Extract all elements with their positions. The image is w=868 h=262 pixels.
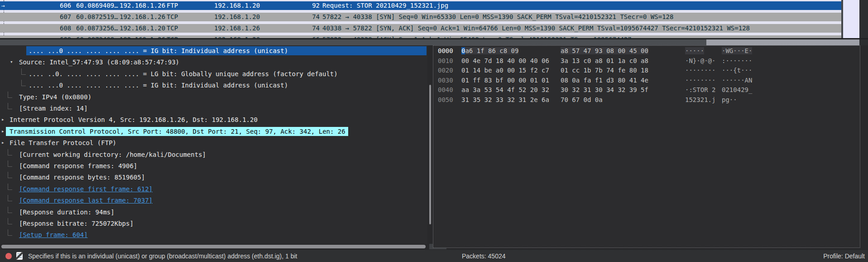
packet-bytes-pane[interactable]: 000008 00 27 a6 1f 86 c8 09a8 57 47 93 0… <box>433 45 860 248</box>
packet-cell-destination: 192.168.1.20 <box>214 1 260 10</box>
capture-comment-icon[interactable] <box>16 252 23 260</box>
hex-row[interactable]: 005031 35 32 33 32 31 2e 6a70 67 0d 0a15… <box>433 96 860 103</box>
tree-guide-icon <box>8 218 12 224</box>
detail-row[interactable]: ▸File Transfer Protocol (FTP) <box>0 138 427 147</box>
hex-bytes-group1[interactable]: 31 35 32 33 32 31 2e 6a <box>461 96 549 103</box>
expert-info-icon[interactable] <box>5 253 12 259</box>
ascii-group2[interactable]: :······· <box>722 57 752 64</box>
packet-list[interactable]: →60660.0869409…192.168.1.26FTP192.168.1.… <box>0 0 841 38</box>
chevron-down-icon[interactable]: ▾ <box>10 59 13 65</box>
wireshark-window: →60660.0869409…192.168.1.26FTP192.168.1.… <box>0 0 868 262</box>
packet-list-hscrollbar[interactable] <box>0 39 859 45</box>
related-packet-arrow-icon: → <box>1 1 5 10</box>
detail-row[interactable]: [Command response first frame: 612] <box>0 184 427 194</box>
packet-details-tree[interactable]: .... ...0 .... .... .... .... = IG bit: … <box>0 45 427 244</box>
ascii-group1[interactable]: ·:STOR 2 <box>685 86 715 93</box>
detail-row[interactable]: [Response duration: 94ms] <box>0 208 427 217</box>
packet-list-vscrollbar[interactable] <box>843 0 859 38</box>
packet-row[interactable]: 60860.0873256…192.168.1.20TCP192.168.1.2… <box>0 24 841 33</box>
highlight-row-bytes: a6 1f 86 c8 09 <box>465 47 518 54</box>
hex-row[interactable]: 003001 ff 83 bf 00 00 01 0108 0a fa f1 d… <box>433 77 860 84</box>
hex-bytes-group1[interactable]: 00 4e 7d 18 40 00 40 06 <box>461 57 549 64</box>
packet-details-vscrollbar[interactable] <box>429 85 431 224</box>
ascii-group2[interactable]: ···{t··· <box>722 67 752 74</box>
detail-text: [Command response frames: 4906] <box>19 161 137 170</box>
packet-cell-protocol: TCP <box>167 13 178 21</box>
hex-row[interactable]: 000008 00 27 a6 1f 86 c8 09a8 57 47 93 0… <box>433 47 860 54</box>
ascii-group1[interactable]: 152321.j <box>685 96 715 103</box>
detail-row[interactable]: Type: IPv4 (0x0800) <box>0 92 427 102</box>
hex-bytes-group2[interactable]: 01 cc 1b 7b 74 fe 80 18 <box>561 67 648 74</box>
detail-row[interactable]: [Command response last frame: 7037] <box>0 196 427 205</box>
packet-row[interactable]: →60660.0869409…192.168.1.26FTP192.168.1.… <box>0 1 841 10</box>
detail-row[interactable]: .... ..0. .... .... .... .... = LG bit: … <box>0 69 427 78</box>
ascii-group2[interactable]: pg·· <box>722 96 737 103</box>
hex-bytes-group2[interactable]: 70 67 0d 0a <box>561 96 603 103</box>
chevron-right-icon[interactable]: ▸ <box>1 128 5 135</box>
packet-row[interactable]: 60760.0872519…192.168.1.26TCP192.168.1.2… <box>0 13 841 21</box>
packet-cell-info: 40338 → 57822 [SYN, ACK] Seq=0 Ack=1 Win… <box>322 24 750 33</box>
packet-cell-destination: 192.168.1.20 <box>214 13 260 21</box>
status-bar: Specifies if this is an individual (unic… <box>0 249 868 262</box>
detail-text: Internet Protocol Version 4, Src: 192.16… <box>10 115 258 124</box>
packet-cell-source: 192.168.1.20 <box>120 24 165 33</box>
profile-selector[interactable]: Profile: Default <box>823 252 865 260</box>
hex-bytes-group2[interactable]: 30 32 31 30 34 32 39 5f <box>561 86 648 93</box>
hex-bytes-group2[interactable]: 08 0a fa f1 d3 80 41 4e <box>561 77 648 84</box>
hex-row[interactable]: 001000 4e 7d 18 40 00 40 063a 13 c0 a8 0… <box>433 57 860 64</box>
detail-row[interactable]: .... ...0 .... .... .... .... = IG bit: … <box>0 46 427 55</box>
packet-cell-protocol: FTP <box>167 1 178 10</box>
detail-row[interactable]: [Current working directory: /home/kali/D… <box>0 150 427 159</box>
detail-row[interactable]: ▾Source: Intel_57:47:93 (c8:09:a8:57:47:… <box>0 58 427 67</box>
packet-cell-no: 608 <box>60 24 71 33</box>
hex-offset: 0010 <box>438 57 453 64</box>
detail-link[interactable]: [Setup frame: 604] <box>19 230 88 239</box>
highlight-row-bytes: a8 57 47 93 08 00 45 00 <box>561 47 648 54</box>
detail-text: Transmission Control Protocol, Src Port:… <box>6 127 348 136</box>
packet-list-corner <box>859 0 868 38</box>
packet-list-hscrollbar-handle[interactable] <box>0 39 706 45</box>
hex-bytes-group1[interactable]: aa 3a 53 54 4f 52 20 32 <box>461 86 549 93</box>
ascii-group2[interactable]: 0210429_ <box>722 86 752 93</box>
highlight-row-ascii: ····· <box>685 47 704 54</box>
detail-row[interactable]: [Response bitrate: 725072Kbps] <box>0 219 427 228</box>
packet-cell-protocol: TCP <box>167 24 178 33</box>
ascii-group1[interactable]: ·N}·@·@· <box>685 57 715 64</box>
tree-guide-icon <box>8 172 12 178</box>
detail-text: [Response bitrate: 725072Kbps] <box>19 219 134 228</box>
packet-details-hscrollbar-handle[interactable] <box>1 245 426 248</box>
detail-row[interactable]: [Stream index: 14] <box>0 104 427 113</box>
hex-bytes-group1[interactable]: 01 14 be a0 00 15 f2 c7 <box>461 67 549 74</box>
detail-row[interactable]: .... ...0 .... .... .... .... = IG bit: … <box>0 81 427 90</box>
ascii-group1[interactable]: ········ <box>685 77 715 84</box>
detail-text: [Command response bytes: 8519605] <box>19 173 145 182</box>
packet-details-hscrollbar[interactable] <box>0 244 427 249</box>
detail-link[interactable]: [Command response last frame: 7037] <box>19 196 153 205</box>
hex-bytes-group2[interactable]: 3a 13 c0 a8 01 1a c0 a8 <box>561 57 648 64</box>
packet-cell-length: 92 <box>299 1 320 10</box>
ascii-group1[interactable]: ········ <box>685 67 715 74</box>
packet-cell-length: 74 <box>299 13 320 21</box>
hex-row[interactable]: 002001 14 be a0 00 15 f2 c701 cc 1b 7b 7… <box>433 67 860 74</box>
detail-row[interactable]: ▸Transmission Control Protocol, Src Port… <box>0 127 427 136</box>
ascii-group2[interactable]: ······AN <box>722 77 752 84</box>
detail-row[interactable]: ▸Internet Protocol Version 4, Src: 192.1… <box>0 115 427 124</box>
chevron-right-icon[interactable]: ▸ <box>1 140 5 146</box>
packet-cell-info: Request: STOR 20210429_152321.jpg <box>322 1 448 10</box>
detail-row[interactable]: [Command response frames: 4906] <box>0 161 427 170</box>
packet-cell-destination: 192.168.1.26 <box>214 24 260 33</box>
chevron-right-icon[interactable]: ▸ <box>1 116 5 123</box>
packet-cell-source: 192.168.1.26 <box>120 1 165 10</box>
hex-row[interactable]: 0040aa 3a 53 54 4f 52 20 3230 32 31 30 3… <box>433 86 860 93</box>
tree-guide-icon <box>8 229 12 236</box>
tree-guide-icon <box>8 103 12 109</box>
hex-bytes-group1[interactable]: 08 00 27 a6 1f 86 c8 09 <box>461 47 465 54</box>
detail-link[interactable]: [Command response first frame: 612] <box>19 184 153 194</box>
tree-guide-icon <box>21 80 26 86</box>
hex-bytes-group1[interactable]: 01 ff 83 bf 00 00 01 01 <box>461 77 549 84</box>
tree-guide-icon <box>8 195 12 201</box>
detail-row[interactable]: [Setup frame: 604] <box>0 230 427 239</box>
detail-row[interactable]: [Command response bytes: 8519605] <box>0 173 427 182</box>
detail-text: .... ...0 .... .... .... .... = IG bit: … <box>29 81 288 90</box>
detail-text: [Current working directory: /home/kali/D… <box>19 150 206 159</box>
